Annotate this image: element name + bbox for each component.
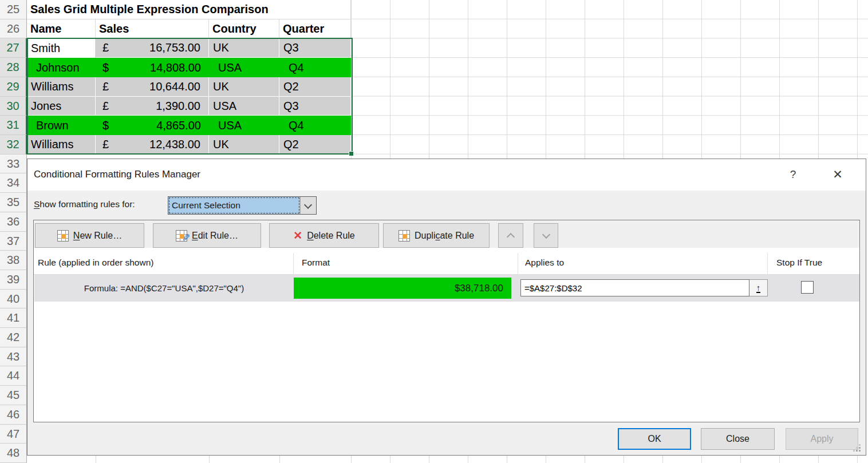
row-header-28[interactable]: 28 bbox=[0, 58, 27, 77]
row-header-38[interactable]: 38 bbox=[0, 251, 27, 270]
fill-handle[interactable] bbox=[349, 151, 354, 156]
rule-list-item[interactable]: Formula: =AND($C27="USA",$D27="Q4") $38,… bbox=[34, 275, 859, 302]
row-header-40[interactable]: 40 bbox=[0, 290, 27, 308]
cell-sales-32[interactable]: £12,438.00 bbox=[96, 135, 209, 155]
cell-sales-30[interactable]: £1,390.00 bbox=[96, 97, 209, 116]
duplicate-rule-button[interactable]: Duplicate Rule bbox=[383, 223, 490, 248]
row-header-32[interactable]: 32 bbox=[0, 135, 27, 155]
cell-quarter-28[interactable]: Q4 bbox=[279, 58, 351, 77]
cell-name-32[interactable]: Williams bbox=[27, 135, 96, 155]
pencil-icon: ✎ bbox=[182, 232, 190, 244]
row-header-25[interactable]: 25 bbox=[0, 0, 27, 19]
gridline bbox=[701, 456, 702, 463]
rules-toolbar: New Rule… ✎ Edit Rule… ✕ Delete Rule Dup… bbox=[34, 220, 859, 248]
row-header-37[interactable]: 37 bbox=[0, 232, 27, 251]
cell-country-29[interactable]: UK bbox=[209, 77, 279, 97]
row-header-39[interactable]: 39 bbox=[0, 270, 27, 290]
gridline bbox=[740, 456, 741, 463]
row-header-42[interactable]: 42 bbox=[0, 328, 27, 347]
cell-quarter-30[interactable]: Q3 bbox=[279, 97, 351, 116]
dialog-title: Conditional Formatting Rules Manager bbox=[34, 169, 200, 180]
gridline bbox=[351, 456, 352, 463]
cell-quarter-27[interactable]: Q3 bbox=[279, 38, 351, 58]
row-header-31[interactable]: 31 bbox=[0, 116, 27, 135]
dialog-titlebar[interactable]: Conditional Formatting Rules Manager ? ✕ bbox=[27, 159, 866, 191]
new-rule-icon bbox=[57, 230, 69, 242]
collapse-range-picker-button[interactable]: ↑ bbox=[749, 279, 768, 296]
cell-quarter-32[interactable]: Q2 bbox=[279, 135, 351, 155]
move-rule-down-button[interactable] bbox=[534, 223, 558, 248]
row-header-33[interactable]: 33 bbox=[0, 155, 27, 173]
cell-sales-28[interactable]: $14,808.00 bbox=[96, 58, 209, 77]
sheet-title-cell[interactable]: Sales Grid Multiple Expression Compariso… bbox=[27, 0, 351, 19]
cell-country-27[interactable]: UK bbox=[209, 38, 279, 58]
move-rule-up-button[interactable] bbox=[498, 223, 523, 248]
delete-rule-button[interactable]: ✕ Delete Rule bbox=[269, 223, 379, 248]
collapse-arrow-icon: ↑ bbox=[756, 283, 761, 293]
spreadsheet-empty-grid[interactable] bbox=[351, 0, 868, 159]
excel-window: 2526272829303132333435363738394041424344… bbox=[0, 0, 868, 463]
row-header-26[interactable]: 26 bbox=[0, 19, 27, 38]
row-header-column: 2526272829303132333435363738394041424344… bbox=[0, 0, 27, 463]
chevron-down-icon bbox=[304, 201, 312, 209]
gridline bbox=[857, 456, 858, 463]
row-header-41[interactable]: 41 bbox=[0, 308, 27, 328]
cell-country-30[interactable]: USA bbox=[209, 97, 279, 116]
applies-to-input[interactable] bbox=[520, 279, 749, 296]
ok-button[interactable]: OK bbox=[618, 428, 691, 450]
column-header-cell-quarter[interactable]: Quarter bbox=[279, 19, 351, 38]
row-header-27[interactable]: 27 bbox=[0, 38, 27, 58]
row-header-35[interactable]: 35 bbox=[0, 193, 27, 212]
column-header-rule: Rule (applied in order shown) bbox=[38, 258, 153, 268]
row-header-45[interactable]: 45 bbox=[0, 386, 27, 405]
edit-rule-button[interactable]: ✎ Edit Rule… bbox=[153, 223, 261, 248]
cell-quarter-29[interactable]: Q2 bbox=[279, 77, 351, 97]
cell-name-30[interactable]: Jones bbox=[27, 97, 96, 116]
row-header-47[interactable]: 47 bbox=[0, 425, 27, 444]
show-rules-dropdown[interactable]: Current Selection bbox=[168, 196, 317, 215]
cell-sales-31[interactable]: $4,865.00 bbox=[96, 116, 209, 135]
apply-button[interactable]: Apply bbox=[786, 428, 858, 450]
show-rules-label-accesskey: S bbox=[34, 199, 40, 209]
cell-name-27[interactable]: Smith bbox=[27, 38, 96, 58]
cell-name-28[interactable]: Johnson bbox=[27, 58, 96, 77]
cell-country-31[interactable]: USA bbox=[209, 116, 279, 135]
row-header-29[interactable]: 29 bbox=[0, 77, 27, 97]
cell-sales-29[interactable]: £10,644.00 bbox=[96, 77, 209, 97]
cell-name-29[interactable]: Williams bbox=[27, 77, 96, 97]
delete-x-icon: ✕ bbox=[293, 229, 302, 242]
cell-country-32[interactable]: UK bbox=[209, 135, 279, 155]
row-header-36[interactable]: 36 bbox=[0, 212, 27, 232]
applies-to-field-group: ↑ bbox=[520, 279, 768, 296]
help-icon[interactable]: ? bbox=[784, 166, 802, 183]
cell-sales-27[interactable]: £16,753.00 bbox=[96, 38, 209, 58]
gridline bbox=[662, 456, 663, 463]
row-header-43[interactable]: 43 bbox=[0, 347, 27, 366]
column-header-cell-sales[interactable]: Sales bbox=[96, 19, 209, 38]
spreadsheet-bottom-strip[interactable] bbox=[27, 456, 868, 463]
gridline bbox=[624, 456, 624, 463]
chevron-up-icon bbox=[507, 233, 515, 241]
row-header-48[interactable]: 48 bbox=[0, 444, 27, 463]
gridline bbox=[429, 456, 429, 463]
row-header-30[interactable]: 30 bbox=[0, 97, 27, 116]
cell-quarter-31[interactable]: Q4 bbox=[279, 116, 351, 135]
row-header-44[interactable]: 44 bbox=[0, 366, 27, 386]
row-header-34[interactable]: 34 bbox=[0, 173, 27, 193]
resize-grip[interactable] bbox=[852, 444, 861, 452]
new-rule-label: New Rule… bbox=[73, 231, 122, 241]
close-button[interactable]: Close bbox=[701, 428, 775, 450]
gridline bbox=[779, 456, 780, 463]
show-rules-dropdown-value[interactable]: Current Selection bbox=[168, 197, 300, 214]
column-header-cell-name[interactable]: Name bbox=[27, 19, 96, 38]
rule-format-preview: $38,718.00 bbox=[294, 278, 511, 299]
column-header-cell-country[interactable]: Country bbox=[209, 19, 279, 38]
cell-name-31[interactable]: Brown bbox=[27, 116, 96, 135]
new-rule-button[interactable]: New Rule… bbox=[35, 223, 144, 248]
column-divider bbox=[767, 253, 768, 275]
dropdown-button[interactable] bbox=[300, 197, 316, 214]
close-icon[interactable]: ✕ bbox=[829, 166, 846, 183]
stop-if-true-checkbox[interactable] bbox=[801, 281, 814, 294]
cell-country-28[interactable]: USA bbox=[209, 58, 279, 77]
row-header-46[interactable]: 46 bbox=[0, 405, 27, 425]
